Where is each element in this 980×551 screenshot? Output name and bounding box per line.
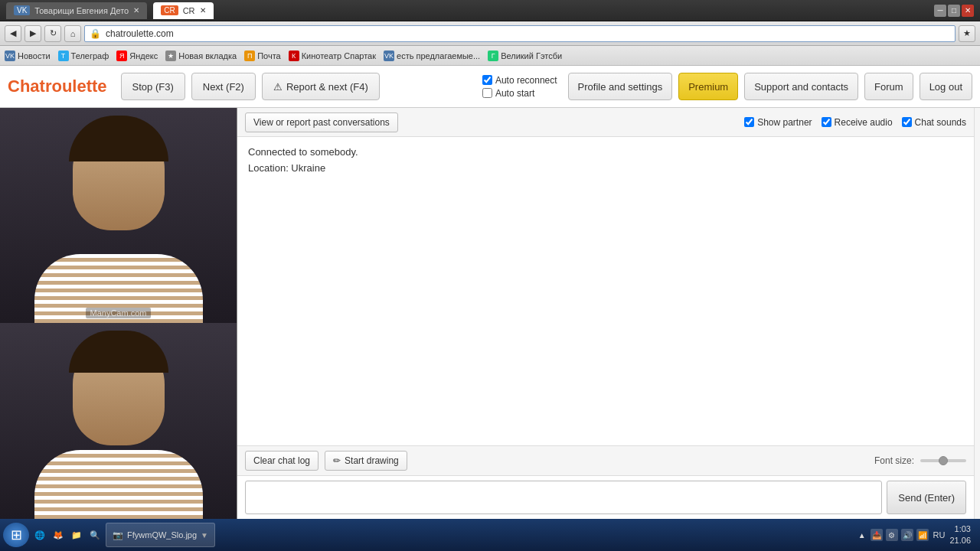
start-button[interactable]: ⊞ — [3, 523, 29, 547]
window-close[interactable]: ✕ — [962, 5, 974, 17]
tab-cr-close[interactable]: ✕ — [200, 6, 206, 15]
app-header: Chatroulette Stop (F3) Next (F2) ⚠ Repor… — [0, 66, 980, 108]
taskbar-ff-icon[interactable]: 🦊 — [51, 527, 66, 543]
chat-input[interactable] — [245, 481, 882, 514]
tab-cr-label: CR — [183, 6, 195, 15]
receive-audio-checkbox[interactable] — [822, 117, 831, 127]
tray-icon-3[interactable]: 🔊 — [901, 529, 913, 541]
star-button[interactable]: ★ — [959, 25, 975, 42]
clock-time: 1:03 — [949, 523, 971, 535]
partner-video: ManyCam.com — [0, 108, 237, 323]
tab-vk-close[interactable]: ✕ — [133, 6, 139, 15]
taskbar-search-icon[interactable]: 🔍 — [87, 527, 103, 543]
back-button[interactable]: ◀ — [5, 25, 21, 42]
address-bar[interactable]: 🔒 chatroulette.com — [84, 25, 956, 42]
bookmark-newtab-icon: ★ — [165, 51, 176, 61]
browser-controls: ◀ ▶ ↻ ⌂ 🔒 chatroulette.com ★ — [0, 21, 980, 46]
show-partner-checkbox[interactable] — [744, 117, 754, 127]
font-size-slider[interactable] — [920, 459, 966, 462]
bookmark-newtab[interactable]: ★ Новая вкладка — [165, 51, 237, 61]
report-button[interactable]: ⚠ Report & next (F4) — [262, 73, 380, 100]
chat-panel: View or report past conversations Show p… — [237, 108, 974, 519]
header-right: Auto reconnect Auto start Profile and se… — [482, 73, 972, 100]
window-maximize[interactable]: □ — [948, 5, 960, 17]
bookmark-kino-label: Кинотеатр Спартак — [302, 51, 376, 60]
tab-vk-label: Товарищи Евгения Дето — [34, 6, 129, 15]
browser-titlebar: VK Товарищи Евгения Дето ✕ CR CR ✕ ─ □ ✕ — [0, 0, 980, 21]
taskbar-file-label: FfywmQW_Slo.jpg — [127, 530, 197, 540]
bookmark-novosti-label: Новости — [18, 51, 51, 60]
receive-audio-option[interactable]: Receive audio — [822, 117, 893, 128]
logo: Chatroulette — [8, 77, 107, 96]
message-0: Connected to somebody. — [248, 146, 963, 158]
taskbar-explorer-icon[interactable]: 📁 — [69, 527, 84, 543]
pencil-icon: ✏ — [333, 455, 341, 466]
chat-messages: Connected to somebody. Location: Ukraine — [237, 137, 974, 445]
video-panel: ManyCam.com You — [0, 108, 237, 519]
auto-start-label: Auto start — [495, 88, 534, 99]
bookmark-yandex[interactable]: Я Яндекс — [116, 51, 158, 61]
bookmark-telegraph-label: Телеграф — [71, 51, 109, 60]
send-button[interactable]: Send (Enter) — [887, 481, 966, 514]
start-drawing-label: Start drawing — [345, 455, 399, 466]
bookmark-gatsby[interactable]: Г Великий Гэтсби — [488, 51, 562, 61]
main-content: ManyCam.com You View or report past conv… — [0, 108, 980, 519]
bookmark-pochta[interactable]: П Почта — [244, 51, 281, 61]
tray-icon-2[interactable]: ⚙ — [886, 529, 898, 541]
font-size-label: Font size: — [874, 455, 914, 466]
font-size-thumb[interactable] — [939, 456, 948, 465]
taskbar-ie-icon[interactable]: 🌐 — [32, 527, 47, 543]
tab-vk[interactable]: VK Товарищи Евгения Дето ✕ — [6, 2, 147, 19]
auto-start-checkbox[interactable] — [482, 88, 492, 98]
view-report-button[interactable]: View or report past conversations — [245, 112, 398, 132]
chat-options: Show partner Receive audio Chat sounds — [744, 117, 966, 128]
bookmarks-bar: VK Новости T Телеграф Я Яндекс ★ Новая в… — [0, 46, 980, 66]
auto-start-item[interactable]: Auto start — [482, 88, 557, 99]
window-minimize[interactable]: ─ — [934, 5, 946, 17]
home-button[interactable]: ⌂ — [64, 25, 81, 42]
chat-input-row: Send (Enter) — [237, 475, 974, 519]
tab-cr[interactable]: CR CR ✕ — [153, 2, 213, 19]
taskbar-file-item[interactable]: 📷 FfywmQW_Slo.jpg ▼ — [106, 523, 215, 547]
chat-sounds-option[interactable]: Chat sounds — [902, 117, 966, 128]
bookmark-telegraph-icon: T — [58, 51, 69, 61]
taskbar: ⊞ 🌐 🦊 📁 🔍 📷 FfywmQW_Slo.jpg ▼ ▲ 📥 ⚙ 🔊 📶 … — [0, 519, 980, 551]
clock-date: 21.06 — [949, 535, 971, 546]
auto-reconnect-checkbox[interactable] — [482, 75, 492, 85]
refresh-button[interactable]: ↻ — [44, 25, 61, 42]
logout-button[interactable]: Log out — [920, 73, 972, 100]
chat-sounds-checkbox[interactable] — [902, 117, 912, 127]
support-button[interactable]: Support and contacts — [744, 73, 858, 100]
bookmark-telegraph[interactable]: T Телеграф — [58, 51, 109, 61]
premium-button[interactable]: Premium — [678, 73, 738, 100]
next-button[interactable]: Next (F2) — [191, 73, 256, 100]
forum-button[interactable]: Forum — [864, 73, 913, 100]
address-text: chatroulette.com — [106, 28, 174, 39]
self-video: You — [0, 323, 237, 519]
scrollbar[interactable] — [974, 108, 980, 519]
bookmark-novosti[interactable]: VK Новости — [5, 51, 51, 61]
stop-button[interactable]: Stop (F3) — [121, 73, 185, 100]
bookmark-kino[interactable]: К Кинотеатр Спартак — [289, 51, 376, 61]
bookmark-vk2[interactable]: VK есть предлагаемые... — [384, 51, 480, 61]
auto-reconnect-item[interactable]: Auto reconnect — [482, 75, 557, 86]
clear-log-button[interactable]: Clear chat log — [245, 451, 318, 471]
tray-icon-4[interactable]: 📶 — [916, 529, 929, 541]
start-drawing-button[interactable]: ✏ Start drawing — [325, 451, 407, 471]
checkbox-group: Auto reconnect Auto start — [482, 75, 557, 99]
chat-sounds-label: Chat sounds — [915, 117, 966, 128]
bookmark-yandex-label: Яндекс — [129, 51, 158, 60]
profile-button[interactable]: Profile and settings — [568, 73, 673, 100]
receive-audio-label: Receive audio — [835, 117, 893, 128]
bookmark-pochta-icon: П — [244, 51, 255, 61]
tab-cr-icon: CR — [161, 5, 178, 15]
taskbar-dropdown-icon[interactable]: ▼ — [201, 531, 208, 540]
tray-arrow-icon[interactable]: ▲ — [858, 531, 866, 540]
auto-reconnect-label: Auto reconnect — [495, 75, 557, 86]
bookmark-vk2-icon: VK — [384, 51, 394, 61]
forward-button[interactable]: ▶ — [24, 25, 41, 42]
video-watermark: ManyCam.com — [86, 308, 152, 318]
show-partner-option[interactable]: Show partner — [744, 117, 812, 128]
tray-icon-1[interactable]: 📥 — [871, 529, 883, 541]
font-size-control: Font size: — [874, 455, 966, 466]
